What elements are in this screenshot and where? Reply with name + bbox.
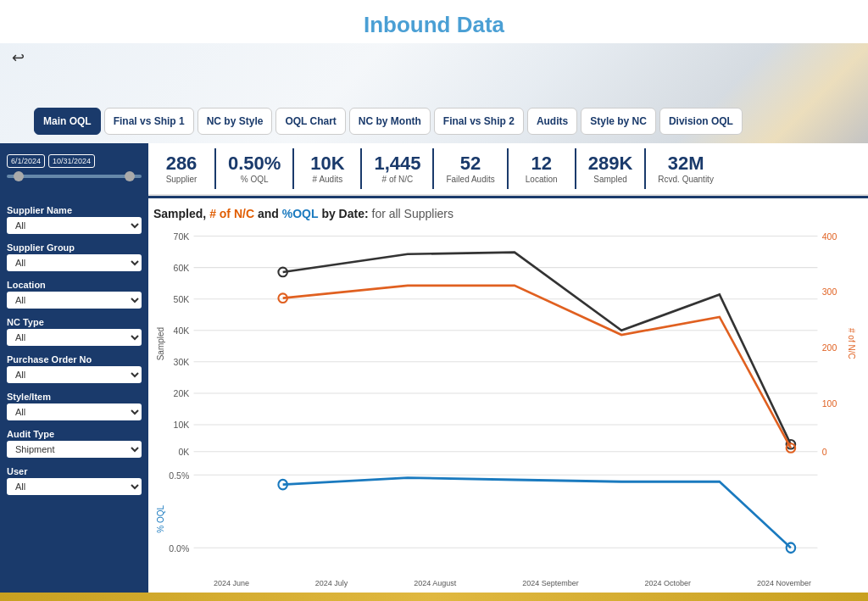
- tab-final-vs-ship-1[interactable]: Final vs Ship 1: [104, 108, 194, 135]
- filter-style/item: Style/ItemAll: [7, 392, 142, 420]
- y-label-nc: # of N/C: [844, 227, 858, 460]
- page-title: Inbound Data: [0, 12, 868, 38]
- date-range: 6/1/2024 10/31/2024: [7, 154, 142, 168]
- svg-text:0K: 0K: [178, 447, 189, 457]
- date-slider[interactable]: [7, 175, 142, 178]
- stat-value: 286: [166, 153, 198, 174]
- x-label-october: 2024 October: [645, 579, 692, 587]
- filter-label: Purchase Order No: [7, 354, 142, 364]
- filter-supplier-group: Supplier GroupAll: [7, 242, 142, 271]
- header: Inbound Data: [0, 0, 868, 43]
- stat-value: 289K: [588, 153, 633, 174]
- svg-text:400: 400: [822, 231, 837, 242]
- stat-label: Location: [526, 175, 558, 184]
- y-label-sampled: Sampled: [153, 227, 167, 460]
- bottom-chart-svg: 0.5% 0.0%: [167, 460, 844, 577]
- nav-section: ↩ Main OQLFinal vs Ship 1NC by StyleOQL …: [0, 43, 868, 143]
- stat-label: Failed Audits: [446, 175, 494, 184]
- tabs-row: Main OQLFinal vs Ship 1NC by StyleOQL Ch…: [34, 108, 860, 135]
- top-chart-svg: 70K 60K 50K 40K 30K 20K 10K 0K 400 300 2…: [167, 227, 844, 460]
- filter-supplier-name: Supplier NameAll: [7, 205, 142, 234]
- back-button[interactable]: ↩: [12, 48, 25, 67]
- tab-oql-chart[interactable]: OQL Chart: [275, 108, 345, 135]
- filter-label: NC Type: [7, 317, 142, 327]
- x-label-august: 2024 August: [414, 579, 456, 587]
- tab-style-by-nc[interactable]: Style by NC: [581, 108, 656, 135]
- filter-label: Audit Type: [7, 429, 142, 439]
- svg-text:300: 300: [822, 287, 837, 297]
- filter-select-supplier-name[interactable]: All: [7, 217, 142, 234]
- slider-handle-right[interactable]: [125, 171, 135, 181]
- stat-value: 32M: [668, 153, 704, 174]
- stat-value: 1,445: [374, 153, 420, 174]
- date-end[interactable]: 10/31/2024: [48, 154, 95, 168]
- date-start[interactable]: 6/1/2024: [7, 154, 45, 168]
- stat--oql: 0.50%% OQL: [216, 148, 294, 188]
- tab-nc-by-style[interactable]: NC by Style: [198, 108, 273, 135]
- svg-text:40K: 40K: [174, 326, 190, 336]
- svg-text:60K: 60K: [174, 263, 190, 273]
- y-label-oql: % OQL: [153, 460, 167, 577]
- charts-container: Sampled 70K 60K 50K: [153, 227, 858, 587]
- filter-label: Location: [7, 280, 142, 290]
- filter-nc-type: NC TypeAll: [7, 317, 142, 346]
- svg-text:50K: 50K: [174, 294, 190, 304]
- filter-label: Supplier Name: [7, 205, 142, 215]
- slider-handle-left[interactable]: [14, 171, 24, 181]
- stat-value: 10K: [310, 153, 344, 174]
- filter-user: UserAll: [7, 466, 142, 495]
- svg-text:10K: 10K: [174, 420, 190, 430]
- bottom-chart: % OQL 0.5% 0.0%: [153, 460, 858, 577]
- filter-label: Supplier Group: [7, 242, 142, 253]
- x-label-july: 2024 July: [315, 579, 348, 587]
- filter-select-user[interactable]: All: [7, 478, 142, 495]
- stat-label: Supplier: [166, 175, 198, 184]
- y-right-spacer: [844, 460, 858, 577]
- x-label-june: 2024 June: [214, 579, 249, 587]
- stat-supplier: 286Supplier: [148, 148, 216, 188]
- stat-label: % OQL: [241, 175, 269, 184]
- stat-#-of-n/c: 1,445# of N/C: [362, 148, 434, 188]
- stat-#-audits: 10K# Audits: [294, 148, 362, 188]
- stat-label: # of N/C: [382, 175, 414, 184]
- stat-rcvd.-quantity: 32MRcvd. Quantity: [646, 148, 726, 188]
- filter-select-purchase-order-no[interactable]: All: [7, 366, 142, 383]
- top-chart: Sampled 70K 60K 50K: [153, 227, 858, 460]
- svg-text:20K: 20K: [174, 388, 190, 398]
- filter-purchase-order-no: Purchase Order NoAll: [7, 354, 142, 383]
- stat-sampled: 289KSampled: [576, 148, 647, 188]
- main-content: Supplier NameAllSupplier GroupAllLocatio…: [0, 198, 868, 593]
- svg-text:70K: 70K: [174, 231, 190, 242]
- x-label-november: 2024 November: [757, 579, 811, 587]
- stats-bar: 286Supplier0.50%% OQL10K# Audits1,445# o…: [148, 143, 868, 196]
- svg-text:100: 100: [822, 398, 837, 409]
- x-axis-labels: 2024 June 2024 July 2024 August 2024 Sep…: [153, 577, 858, 587]
- svg-text:0.5%: 0.5%: [169, 470, 189, 481]
- svg-text:200: 200: [822, 342, 837, 353]
- stat-label: Rcvd. Quantity: [658, 175, 714, 184]
- filter-location: LocationAll: [7, 280, 142, 309]
- sidebar: Supplier NameAllSupplier GroupAllLocatio…: [0, 198, 148, 593]
- svg-text:0.0%: 0.0%: [169, 543, 189, 554]
- filter-select-nc-type[interactable]: All: [7, 329, 142, 346]
- tab-division-oql[interactable]: Division OQL: [659, 108, 743, 135]
- tab-final-vs-ship-2[interactable]: Final vs Ship 2: [434, 108, 524, 135]
- tab-main-oql[interactable]: Main OQL: [34, 108, 101, 135]
- stat-value: 0.50%: [228, 153, 281, 174]
- filter-label: User: [7, 466, 142, 476]
- tab-audits[interactable]: Audits: [527, 108, 577, 135]
- filter-label: Style/Item: [7, 392, 142, 402]
- filter-select-location[interactable]: All: [7, 292, 142, 309]
- bottom-bar: [0, 593, 868, 601]
- chart-title: Sampled, # of N/C and %OQL by Date: for …: [153, 207, 858, 220]
- filter-audit-type: Audit TypeShipment: [7, 429, 142, 458]
- stat-value: 52: [460, 153, 481, 174]
- filter-select-audit-type[interactable]: Shipment: [7, 441, 142, 458]
- stat-failed-audits: 52Failed Audits: [434, 148, 508, 188]
- filter-select-supplier-group[interactable]: All: [7, 254, 142, 271]
- svg-text:0: 0: [822, 447, 827, 457]
- tab-nc-by-month[interactable]: NC by Month: [349, 108, 431, 135]
- stat-value: 12: [531, 153, 551, 174]
- x-label-september: 2024 September: [522, 579, 579, 587]
- filter-select-style/item[interactable]: All: [7, 403, 142, 420]
